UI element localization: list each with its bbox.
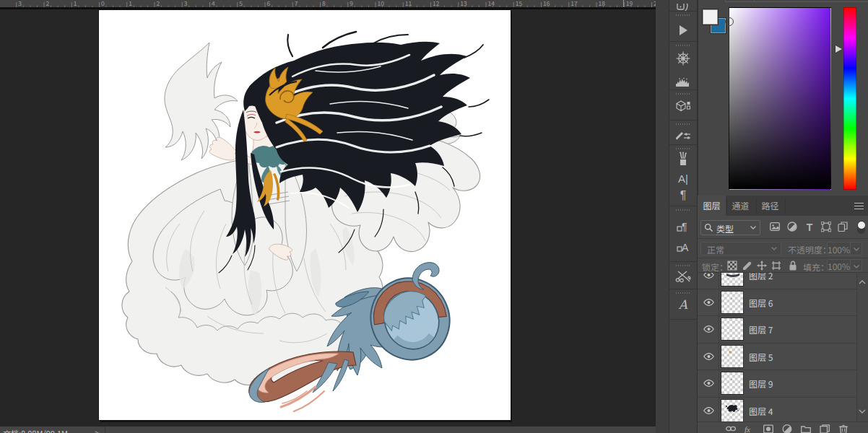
link-layers-icon[interactable]	[726, 424, 736, 433]
dock-cell-brush-settings[interactable]	[669, 120, 697, 144]
lock-artboard-icon[interactable]	[771, 261, 781, 271]
lock-transparent-pixels-icon[interactable]	[727, 261, 737, 271]
filter-type-label: 类型	[716, 222, 734, 235]
panel-menu-icon[interactable]	[854, 203, 864, 209]
filter-type-layers-icon[interactable]: T	[804, 222, 815, 232]
panel-icon-character-styles[interactable]: A	[669, 240, 697, 258]
hue-slider-marker[interactable]	[836, 45, 842, 53]
brush-settings-icon	[675, 130, 691, 141]
svg-text:7: 7	[295, 0, 298, 7]
fill-dropdown-chevron[interactable]	[851, 259, 862, 271]
layer-thumbnail[interactable]	[721, 400, 743, 421]
color-picker-ring[interactable]	[725, 17, 734, 26]
panel-icon-character[interactable]: A|	[669, 169, 697, 186]
tab-layers[interactable]: 图层	[698, 196, 726, 216]
fill-value[interactable]: 100%	[827, 259, 851, 271]
lock-row: 锁定： 填充： 100%	[698, 258, 868, 273]
filter-smart-objects-icon[interactable]	[838, 222, 848, 232]
color-panel-tab-edge	[725, 0, 868, 2]
dock-gutter	[656, 0, 669, 433]
blend-mode-dropdown[interactable]: 正常	[700, 242, 781, 255]
lock-position-icon[interactable]	[757, 261, 767, 271]
scroll-down-arrow[interactable]	[859, 409, 867, 414]
status-bar: 文档:8.08M/90.1M >	[0, 427, 656, 433]
filter-shape-layers-icon[interactable]	[821, 222, 831, 232]
dock-cell-style-panels[interactable]: ¶A	[669, 206, 697, 261]
visibility-eye-icon[interactable]	[703, 299, 714, 306]
filter-pixel-layers-icon[interactable]	[770, 222, 780, 232]
dock-cell-actions[interactable]	[669, 11, 697, 41]
layer-thumbnail[interactable]	[721, 346, 743, 367]
panel-icon-actions[interactable]	[669, 22, 697, 40]
status-divider	[105, 427, 105, 433]
visibility-eye-icon[interactable]	[703, 380, 714, 387]
tab-paths[interactable]: 路径	[756, 196, 784, 216]
lock-image-pixels-icon[interactable]	[742, 261, 752, 271]
tab-channels[interactable]: 通道	[726, 196, 755, 216]
hue-slider[interactable]	[843, 7, 856, 190]
new-layer-icon[interactable]	[820, 424, 830, 433]
tool-presets-icon	[675, 268, 691, 283]
dock-cell-empty[interactable]	[669, 319, 697, 433]
panel-icon-3d[interactable]	[669, 99, 697, 116]
foreground-color-swatch[interactable]	[703, 9, 718, 25]
layer-row[interactable]: 图层 2	[698, 273, 856, 289]
dock-cell-tool-presets[interactable]	[669, 261, 697, 289]
svg-text:5: 5	[239, 0, 243, 7]
panel-icon-brush-settings[interactable]	[669, 128, 697, 145]
dock-cell-type-panels[interactable]: A|¶	[669, 144, 697, 206]
filter-adjustment-layers-icon[interactable]	[787, 222, 797, 232]
visibility-eye-icon[interactable]	[703, 273, 714, 279]
visibility-eye-icon[interactable]	[703, 407, 714, 414]
svg-text:6: 6	[267, 0, 271, 7]
panel-icon-paragraph-styles[interactable]: ¶	[669, 219, 697, 237]
svg-text:11: 11	[405, 0, 412, 7]
panel-icon-navigator[interactable]	[669, 51, 697, 70]
svg-text:12: 12	[433, 0, 440, 7]
svg-text:17: 17	[570, 0, 578, 7]
layer-row[interactable]: 图层 7	[698, 316, 856, 344]
panel-icon-histogram[interactable]	[669, 74, 697, 91]
delete-layer-icon[interactable]	[838, 424, 849, 433]
layer-thumbnail[interactable]	[721, 292, 743, 313]
filter-toggle-switch[interactable]	[857, 221, 865, 234]
layer-row[interactable]: 图层 4	[698, 398, 856, 422]
opacity-dropdown-chevron[interactable]	[851, 242, 862, 255]
dock-cell-3d[interactable]	[669, 89, 697, 120]
scroll-up-arrow[interactable]	[859, 280, 867, 284]
new-group-icon[interactable]	[801, 424, 811, 433]
layer-list-scrollbar[interactable]	[856, 273, 868, 421]
svg-text:fx: fx	[745, 425, 750, 433]
panel-icon-paragraph[interactable]: ¶	[669, 185, 697, 203]
layer-row[interactable]: 图层 9	[698, 370, 856, 398]
svg-text:15: 15	[516, 0, 523, 7]
eye-column-divider	[719, 398, 719, 422]
layer-name: 图层 7	[749, 323, 773, 336]
layer-thumbnail[interactable]	[721, 318, 743, 340]
layer-style-fx-icon[interactable]: fx	[745, 424, 755, 433]
filter-type-dropdown[interactable]: 类型	[700, 220, 760, 235]
svg-text:1: 1	[129, 0, 132, 7]
opacity-value[interactable]: 100%	[827, 242, 851, 255]
panel-icon-glyphs[interactable]: A	[669, 295, 697, 312]
ruler-cursor-mark	[623, 0, 624, 7]
status-flyout-chevron[interactable]: >	[95, 427, 99, 433]
layer-row[interactable]: 图层 6	[698, 289, 856, 317]
layer-row[interactable]: 图层 5	[698, 344, 856, 371]
visibility-eye-icon[interactable]	[703, 353, 714, 360]
add-layer-mask-icon[interactable]	[763, 424, 773, 433]
dock-cell-navigator-histogram[interactable]	[669, 41, 697, 89]
new-adjustment-layer-icon[interactable]	[782, 424, 792, 433]
panel-icon-tool-presets[interactable]	[669, 268, 697, 287]
horizontal-ruler[interactable]: 32101234567891011121314151617181920	[0, 0, 656, 7]
layer-thumbnail[interactable]	[721, 372, 743, 394]
panel-icon-brushes[interactable]	[669, 152, 697, 170]
svg-text:18: 18	[599, 0, 606, 7]
dock-cell-glyphs[interactable]: A	[669, 289, 697, 319]
lock-all-icon[interactable]	[788, 261, 798, 271]
saturation-brightness-field[interactable]	[729, 7, 831, 190]
dock-cell-clone-source[interactable]	[669, 0, 697, 11]
document-canvas[interactable]	[99, 10, 511, 420]
layer-thumbnail[interactable]	[721, 273, 743, 286]
visibility-eye-icon[interactable]	[703, 325, 714, 333]
